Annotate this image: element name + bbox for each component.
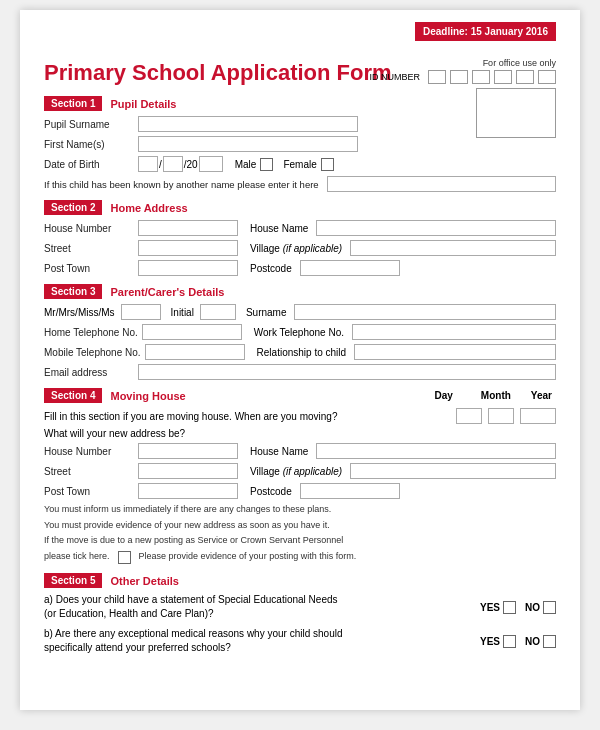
carer-title-input[interactable]	[121, 304, 161, 320]
surname-label: Pupil Surname	[44, 119, 134, 130]
section1-title: Pupil Details	[110, 98, 176, 110]
section5-q2-no-label: NO	[525, 636, 540, 647]
new-house-name-input[interactable]	[316, 443, 556, 459]
section4-note2: You must provide evidence of your new ad…	[44, 519, 556, 532]
relationship-input[interactable]	[354, 344, 556, 360]
section4-note1: You must inform us immediately if there …	[44, 503, 556, 516]
new-postcode-input[interactable]	[300, 483, 400, 499]
office-use-section: For office use only ID NUMBER	[369, 58, 556, 138]
move-day-input[interactable]	[456, 408, 482, 424]
new-street-input[interactable]	[138, 463, 238, 479]
office-stamp-box	[476, 88, 556, 138]
dob-day-input[interactable]	[138, 156, 158, 172]
mobile-tel-input[interactable]	[145, 344, 245, 360]
new-village-note: (if applicable)	[283, 466, 342, 477]
work-tel-label: Work Telephone No.	[254, 327, 344, 338]
id-box-3[interactable]	[472, 70, 490, 84]
post-town-row: Post Town Postcode	[44, 260, 556, 276]
initial-label: Initial	[171, 307, 194, 318]
section3-badge: Section 3	[44, 284, 102, 299]
section5-q2-yes-checkbox[interactable]	[503, 635, 516, 648]
section5-q2-no-checkbox[interactable]	[543, 635, 556, 648]
section4-notes: You must inform us immediately if there …	[44, 503, 556, 565]
id-box-4[interactable]	[494, 70, 512, 84]
move-year-input[interactable]	[520, 408, 556, 424]
dob-year-input[interactable]	[199, 156, 223, 172]
id-number-label: ID NUMBER	[369, 72, 420, 82]
section2-title: Home Address	[110, 202, 187, 214]
relationship-label: Relationship to child	[257, 347, 347, 358]
section5-q1-no-label: NO	[525, 602, 540, 613]
work-tel-input[interactable]	[352, 324, 556, 340]
village-input[interactable]	[350, 240, 556, 256]
carer-title-label: Mr/Mrs/Miss/Ms	[44, 307, 115, 318]
section4-tick-checkbox[interactable]	[118, 551, 131, 564]
surname-input[interactable]	[138, 116, 358, 132]
section4-tick-row: please tick here. Please provide evidenc…	[44, 550, 556, 566]
other-name-label: If this child has been known by another …	[44, 179, 319, 190]
firstname-input[interactable]	[138, 136, 358, 152]
moving-when-row: Fill in this section if you are moving h…	[44, 408, 556, 424]
section5-badge: Section 5	[44, 573, 102, 588]
post-town-input[interactable]	[138, 260, 238, 276]
house-name-input[interactable]	[316, 220, 556, 236]
new-address-label: What will your new address be?	[44, 428, 556, 439]
new-post-town-row: Post Town Postcode	[44, 483, 556, 499]
new-house-number-input[interactable]	[138, 443, 238, 459]
dob-row: Date of Birth / /20 Male Female	[44, 156, 556, 172]
id-box-5[interactable]	[516, 70, 534, 84]
house-number-label: House Number	[44, 223, 134, 234]
section2-badge: Section 2	[44, 200, 102, 215]
firstname-row: First Name(s)	[44, 136, 556, 152]
dob-label: Date of Birth	[44, 159, 134, 170]
form-page: Deadline: 15 January 2016 Primary School…	[20, 10, 580, 710]
email-label: Email address	[44, 367, 134, 378]
female-checkbox[interactable]	[321, 158, 334, 171]
section5-q1-no-checkbox[interactable]	[543, 601, 556, 614]
postcode-label: Postcode	[250, 263, 292, 274]
new-village-input[interactable]	[350, 463, 556, 479]
new-village-label: Village (if applicable)	[250, 466, 342, 477]
section5-q2-text: b) Are there any exceptional medical rea…	[44, 627, 480, 655]
move-month-input[interactable]	[488, 408, 514, 424]
id-box-1[interactable]	[428, 70, 446, 84]
other-name-input[interactable]	[327, 176, 556, 192]
new-house-name-label: House Name	[250, 446, 308, 457]
section5-q1-row: a) Does your child have a statement of S…	[44, 593, 556, 621]
initial-input[interactable]	[200, 304, 236, 320]
house-number-input[interactable]	[138, 220, 238, 236]
home-tel-label: Home Telephone No.	[44, 327, 138, 338]
carer-surname-input[interactable]	[294, 304, 556, 320]
dob-field: / /20	[138, 156, 223, 172]
postcode-input[interactable]	[300, 260, 400, 276]
dmy-group	[456, 408, 556, 424]
section4-note4: Please provide evidence of your posting …	[139, 550, 357, 563]
id-box-2[interactable]	[450, 70, 468, 84]
section5-header: Section 5 Other Details	[44, 573, 556, 588]
section3-title: Parent/Carer's Details	[110, 286, 224, 298]
deadline-badge: Deadline: 15 January 2016	[415, 22, 556, 41]
mobile-relationship-row: Mobile Telephone No. Relationship to chi…	[44, 344, 556, 360]
street-input[interactable]	[138, 240, 238, 256]
section5-q1-yes-label: YES	[480, 602, 500, 613]
section4-tick-label: please tick here.	[44, 550, 110, 563]
new-house-number-row: House Number House Name	[44, 443, 556, 459]
home-tel-input[interactable]	[142, 324, 242, 340]
house-number-row: House Number House Name	[44, 220, 556, 236]
section4-title: Moving House	[110, 390, 185, 402]
office-use-label: For office use only	[369, 58, 556, 68]
male-checkbox[interactable]	[260, 158, 273, 171]
section5-q1-text: a) Does your child have a statement of S…	[44, 593, 480, 621]
id-box-6[interactable]	[538, 70, 556, 84]
new-street-label: Street	[44, 466, 134, 477]
section4-note3: If the move is due to a new posting as S…	[44, 534, 556, 547]
email-input[interactable]	[138, 364, 556, 380]
new-post-town-input[interactable]	[138, 483, 238, 499]
section5-q1-yes-checkbox[interactable]	[503, 601, 516, 614]
section4-badge: Section 4	[44, 388, 102, 403]
id-number-row: ID NUMBER	[369, 70, 556, 84]
village-label: Village (if applicable)	[250, 243, 342, 254]
section4-header: Section 4 Moving House Day Month Year	[44, 388, 556, 403]
dob-month-input[interactable]	[163, 156, 183, 172]
house-name-label: House Name	[250, 223, 308, 234]
